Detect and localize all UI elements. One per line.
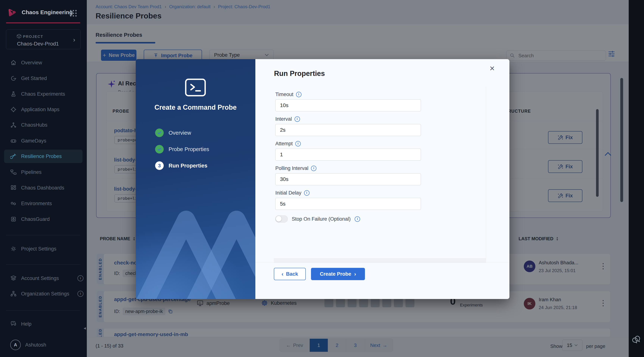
hexagons-icon bbox=[10, 200, 16, 207]
command-terminal-icon bbox=[184, 78, 207, 97]
step-probe-properties[interactable]: Probe Properties bbox=[155, 145, 209, 154]
sidebar-item-application-maps[interactable]: Application Maps bbox=[10, 104, 83, 115]
sidebar-item-label: Get Started bbox=[21, 75, 47, 81]
gear-icon bbox=[10, 246, 16, 252]
guard-lock-icon bbox=[10, 216, 16, 222]
info-icon[interactable]: i bbox=[78, 275, 84, 281]
close-icon[interactable]: × bbox=[490, 64, 495, 72]
sidebar-item-chaosguard[interactable]: ChaosGuard bbox=[10, 214, 83, 225]
info-icon[interactable]: i bbox=[296, 92, 302, 97]
progress-circle-icon bbox=[10, 75, 16, 81]
sidebar-item-get-started[interactable]: Get Started bbox=[10, 73, 83, 84]
sidebar-item-help[interactable]: ? Help bbox=[10, 318, 83, 330]
crosshair-icon bbox=[10, 106, 16, 113]
timeout-input[interactable] bbox=[275, 99, 421, 111]
sidebar-divider bbox=[6, 264, 80, 265]
back-label: Back bbox=[286, 271, 298, 277]
field-label: Attempt bbox=[275, 141, 293, 147]
project-selector[interactable]: PROJECT Chaos-Dev-Prod1 › bbox=[6, 29, 81, 49]
sidebar-item-resilience-probes[interactable]: Resilience Probes bbox=[10, 151, 83, 162]
sidebar-item-overview[interactable]: Overview bbox=[10, 57, 83, 68]
create-command-probe-modal: Create a Command Probe Overview Probe Pr… bbox=[136, 59, 510, 299]
sidebar-item-project-settings[interactable]: Project Settings bbox=[10, 243, 83, 254]
field-label: Interval bbox=[275, 116, 292, 122]
step-label: Probe Properties bbox=[168, 146, 209, 152]
chevron-right-icon: › bbox=[354, 271, 356, 277]
initial-delay-input[interactable] bbox=[275, 198, 421, 210]
field-timeout: Timeouti bbox=[275, 91, 421, 111]
sidebar-item-label: Chaos Experiments bbox=[21, 91, 65, 97]
project-name: Chaos-Dev-Prod1 bbox=[17, 41, 59, 47]
flask-icon bbox=[10, 91, 16, 97]
sidebar-item-label: Chaos Dashboards bbox=[21, 185, 64, 191]
module-grid-icon[interactable] bbox=[70, 9, 77, 17]
sidebar-divider bbox=[6, 310, 80, 311]
app-title: Chaos Engineering bbox=[22, 9, 72, 15]
chaos-engineering-logo-icon bbox=[7, 7, 17, 17]
chevron-left-icon: ‹ bbox=[282, 271, 283, 277]
field-attempt: Attempti bbox=[275, 140, 421, 161]
panel-title: Run Properties bbox=[274, 69, 325, 78]
field-label: Polling Interval bbox=[275, 165, 308, 171]
info-icon[interactable]: i bbox=[295, 141, 301, 146]
chevron-right-icon: › bbox=[73, 36, 75, 43]
sidebar-item-organization-settings[interactable]: Organization Settings i bbox=[10, 288, 84, 299]
sidebar-item-gamedays[interactable]: GameDays bbox=[10, 135, 83, 146]
step-overview[interactable]: Overview bbox=[155, 128, 191, 137]
hub-network-icon bbox=[10, 122, 16, 128]
stop-on-failure-row: Stop On Failure (Optional) i bbox=[275, 215, 360, 223]
test-tube-icon bbox=[10, 153, 16, 159]
toggle-knob bbox=[276, 216, 282, 222]
sidebar-collapse-icon[interactable]: ◂ bbox=[84, 326, 86, 331]
dashboard-icon bbox=[10, 185, 16, 191]
sidebar-item-chaoshubs[interactable]: ChaosHubs bbox=[10, 119, 83, 131]
info-icon[interactable]: i bbox=[311, 166, 316, 171]
user-name: Ashutosh bbox=[25, 342, 46, 348]
sidebar-item-label: GameDays bbox=[21, 138, 46, 144]
info-icon[interactable]: i bbox=[355, 216, 360, 222]
sidebar-item-chaos-experiments[interactable]: Chaos Experiments bbox=[10, 88, 83, 100]
back-button[interactable]: ‹ Back bbox=[274, 268, 306, 280]
sidebar-item-label: Resilience Probes bbox=[21, 153, 62, 159]
info-icon[interactable]: i bbox=[304, 190, 310, 196]
field-initial-delay: Initial Delayi bbox=[275, 190, 421, 210]
help-chat-icon: ? bbox=[10, 321, 16, 327]
sidebar-item-label: Organization Settings bbox=[21, 291, 73, 297]
field-polling-interval: Polling Intervali bbox=[275, 165, 421, 185]
cube-icon bbox=[16, 34, 22, 39]
sidebar-item-label: Project Settings bbox=[21, 246, 56, 252]
sidebar-item-label: Environments bbox=[21, 201, 52, 206]
info-icon[interactable]: i bbox=[294, 116, 300, 122]
sidebar-item-account-settings[interactable]: Account Settings i bbox=[10, 273, 84, 284]
org-chart-icon bbox=[10, 291, 16, 297]
sidebar-item-pipelines[interactable]: Pipelines bbox=[10, 167, 83, 178]
sidebar-item-label: ChaosGuard bbox=[21, 216, 50, 222]
support-chat-icon[interactable] bbox=[632, 334, 642, 345]
app-window: Chaos Engineering PROJECT Chaos-Dev-Prod… bbox=[0, 0, 644, 357]
step-run-properties[interactable]: 3 Run Properties bbox=[155, 161, 208, 170]
step-check-icon bbox=[155, 128, 164, 137]
polling-interval-input[interactable] bbox=[275, 173, 421, 185]
field-label: Timeout bbox=[275, 92, 294, 97]
create-probe-button[interactable]: Create Probe › bbox=[311, 268, 365, 280]
info-icon[interactable]: i bbox=[78, 291, 84, 297]
toggle-label: Stop On Failure (Optional) bbox=[292, 216, 350, 222]
footer-divider bbox=[255, 262, 510, 263]
svg-text:?: ? bbox=[12, 322, 14, 324]
interval-input[interactable] bbox=[275, 124, 421, 136]
pipeline-icon bbox=[10, 169, 16, 175]
sidebar-item-environments[interactable]: Environments bbox=[10, 198, 83, 209]
horizontal-scroll-track[interactable] bbox=[274, 258, 486, 262]
sidebar-item-chaos-dashboards[interactable]: Chaos Dashboards bbox=[10, 182, 83, 193]
stop-on-failure-toggle[interactable] bbox=[275, 215, 288, 223]
sidebar-item-user[interactable]: A Ashutosh bbox=[10, 339, 83, 351]
modal-title: Create a Command Probe bbox=[136, 103, 255, 111]
brand-divider bbox=[6, 22, 80, 23]
field-interval: Intervali bbox=[275, 116, 421, 136]
modal-left-panel: Create a Command Probe Overview Probe Pr… bbox=[136, 59, 255, 299]
attempt-input[interactable] bbox=[275, 149, 421, 161]
project-label: PROJECT bbox=[23, 34, 43, 39]
field-label: Initial Delay bbox=[275, 190, 302, 196]
sidebar-item-label: Pipelines bbox=[21, 169, 42, 175]
step-label: Overview bbox=[168, 130, 191, 136]
